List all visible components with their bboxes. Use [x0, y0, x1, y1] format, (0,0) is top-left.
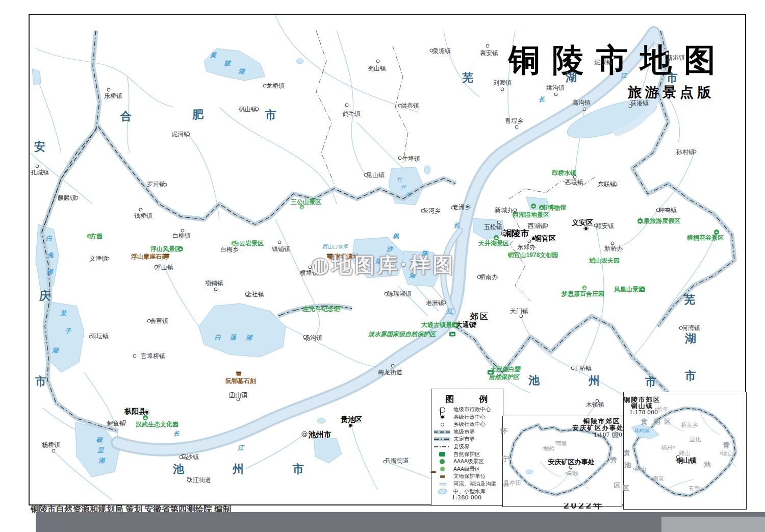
town-marker	[486, 44, 490, 48]
town-marker	[398, 157, 402, 160]
town-marker	[676, 455, 680, 459]
town-marker	[384, 460, 387, 464]
town-marker	[278, 241, 282, 244]
town-marker	[477, 275, 481, 279]
town-marker	[52, 449, 56, 453]
aaaa-scenic-icon	[178, 246, 183, 251]
watermark: ◍地图库·样图	[311, 251, 455, 279]
aaaa-scenic-icon	[494, 235, 499, 240]
town-marker	[89, 335, 93, 339]
aaa-scenic-icon	[336, 308, 341, 312]
nature-reserve-icon	[488, 370, 494, 375]
town-marker	[693, 150, 697, 154]
town-marker	[679, 326, 683, 330]
town-marker	[188, 478, 191, 482]
town-marker	[430, 49, 434, 53]
town-marker	[345, 104, 349, 107]
town-marker	[139, 208, 143, 212]
town-marker	[569, 466, 573, 469]
town-marker	[629, 105, 632, 108]
town-marker	[133, 354, 137, 358]
town-marker	[364, 173, 368, 177]
town-marker	[164, 183, 167, 187]
town-marker	[256, 108, 259, 111]
town-marker	[180, 455, 183, 459]
aaa-scenic-icon	[87, 234, 92, 239]
aaa-scenic-icon	[300, 205, 304, 210]
town-marker	[181, 229, 185, 233]
town-marker	[391, 364, 395, 368]
relic-icon	[165, 256, 169, 258]
town-marker	[520, 315, 523, 318]
town-marker	[123, 420, 126, 424]
town-marker	[75, 196, 79, 200]
aaa-scenic-icon	[582, 286, 587, 290]
inset-town-marker	[655, 408, 658, 411]
county-marker	[473, 321, 477, 326]
town-marker	[263, 84, 267, 88]
town-marker	[36, 165, 39, 168]
inset-town-marker	[720, 452, 723, 454]
nature-reserve-icon	[449, 332, 455, 337]
inset-town-marker	[566, 472, 568, 475]
town-marker	[596, 399, 599, 403]
aaaa-scenic-icon	[143, 415, 148, 420]
town-marker	[245, 293, 249, 296]
aaaa-scenic-icon	[453, 322, 458, 327]
town-marker	[106, 257, 110, 261]
town-marker	[515, 125, 519, 129]
aaa-scenic-icon	[591, 259, 596, 263]
aaa-scenic-icon	[232, 241, 236, 246]
town-marker	[214, 288, 218, 291]
inset-town-marker	[673, 446, 675, 449]
town-marker	[545, 224, 548, 227]
county-marker	[145, 410, 149, 415]
aaaa-scenic-icon	[640, 287, 645, 292]
town-marker	[573, 175, 577, 179]
town-marker	[385, 292, 388, 296]
aaaa-scenic-icon	[638, 218, 643, 223]
town-marker	[656, 209, 660, 212]
county-marker	[531, 237, 536, 241]
inset-town-marker	[700, 488, 702, 490]
town-marker	[614, 183, 618, 186]
town-marker	[497, 221, 501, 224]
town-marker	[583, 108, 586, 111]
town-marker	[528, 240, 531, 243]
city-marker	[302, 432, 308, 437]
inset-town-marker	[633, 468, 636, 470]
inset-town-marker	[555, 441, 558, 444]
relic-icon	[237, 373, 241, 376]
town-marker	[611, 242, 615, 245]
aaa-scenic-icon	[510, 253, 515, 258]
town-marker	[398, 104, 402, 108]
aaaa-scenic-icon	[531, 204, 536, 209]
town-marker	[594, 224, 598, 227]
bottom-light-bar	[661, 517, 765, 532]
town-marker	[155, 265, 158, 269]
aaaa-scenic-icon	[714, 230, 719, 235]
town-marker	[237, 398, 240, 401]
town-marker	[376, 60, 380, 63]
county-marker	[348, 423, 353, 428]
town-marker	[666, 52, 669, 56]
town-marker	[451, 206, 455, 210]
town-marker	[107, 88, 111, 92]
town-marker	[501, 88, 504, 91]
county-marker	[584, 226, 589, 231]
town-marker	[571, 367, 575, 370]
aaaa-scenic-icon	[539, 205, 544, 210]
town-marker	[611, 56, 615, 60]
aaa-scenic-icon	[552, 171, 557, 175]
town-marker	[187, 133, 190, 136]
town-marker	[443, 301, 446, 305]
town-marker	[514, 209, 517, 212]
map-sheet: 图 例 地级市行政中心县级行政中心乡级行政中心地级市界未定市界县级界自然保护区A…	[0, 0, 765, 532]
bottom-gray-bar	[36, 512, 765, 532]
town-marker	[303, 336, 307, 339]
town-marker	[421, 209, 425, 213]
inset-town-marker	[543, 447, 545, 450]
city-marker	[501, 231, 507, 236]
inset-town-marker	[510, 482, 513, 485]
town-marker	[554, 93, 558, 96]
